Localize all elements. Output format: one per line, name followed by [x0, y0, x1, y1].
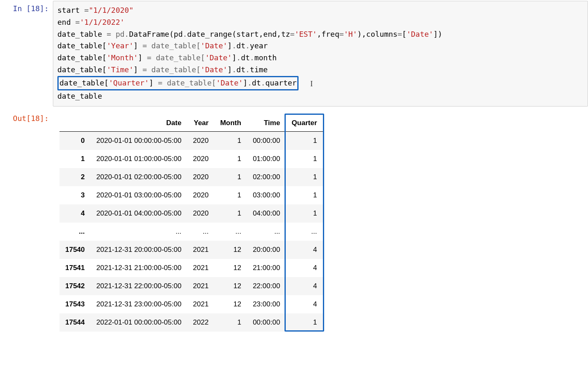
cell-time: 00:00:00 [247, 132, 286, 150]
code-token: = date_table[ [142, 41, 201, 50]
code-token: . [232, 41, 237, 50]
cell-year: 2020 [187, 150, 214, 168]
dataframe-wrap: Date Year Month Time Quarter 02020-01-01… [59, 115, 323, 332]
cell-date: 2020-01-01 00:00:00-05:00 [90, 132, 187, 150]
cell-year: 2021 [187, 277, 214, 295]
code-token: ]) [433, 30, 442, 38]
row-index: 1 [59, 150, 90, 168]
output-cell: Out[18]: Date Year Month Time Quarter 02… [0, 111, 588, 333]
code-token: ] [232, 53, 237, 62]
cell-quarter: 1 [286, 132, 322, 150]
col-header-date: Date [90, 115, 187, 132]
code-token: "1/1/2020" [89, 6, 133, 14]
code-token: = pd [107, 30, 124, 38]
code-token: . [232, 65, 237, 74]
output-prompt: Out[18]: [0, 111, 53, 125]
cell-year: 2021 [187, 259, 214, 277]
code-token: date_table [57, 92, 102, 100]
cell-quarter: 1 [286, 150, 322, 168]
cell-month: 12 [214, 277, 247, 295]
code-token: time [250, 65, 268, 74]
code-token: dt [237, 65, 246, 74]
code-token: = [290, 30, 295, 38]
code-token: = date_table[ [158, 78, 216, 87]
row-index: 17542 [59, 277, 90, 295]
row-index: 0 [59, 132, 90, 150]
code-token: 'Time' [107, 65, 133, 74]
code-token: = [339, 30, 344, 38]
code-editor[interactable]: start ="1/1/2020" end ='1/1/2022' date_t… [53, 1, 588, 107]
code-token: 'Date' [201, 41, 228, 50]
col-header-year: Year [187, 115, 214, 132]
cell-year: 2021 [187, 295, 214, 313]
code-token: . [245, 41, 250, 50]
dataframe-table: Date Year Month Time Quarter 02020-01-01… [59, 115, 323, 332]
code-token: start [57, 6, 84, 14]
cell-year: 2022 [187, 313, 214, 332]
row-index: 2 [59, 168, 90, 186]
code-token: . [247, 78, 252, 87]
cell-quarter: 4 [286, 277, 322, 295]
code-token: . [261, 78, 266, 87]
cell-month: 1 [214, 204, 247, 223]
table-row: 12020-01-01 01:00:00-05:002020101:00:001 [59, 150, 323, 168]
code-token: 'Date' [201, 65, 228, 74]
code-token: dt [237, 41, 246, 50]
table-row: 175442022-01-01 00:00:00-05:002022100:00… [59, 313, 323, 332]
cell-quarter: 1 [286, 186, 322, 204]
cell-time: 22:00:00 [247, 277, 286, 295]
table-row: 175402021-12-31 20:00:00-05:0020211220:0… [59, 241, 323, 259]
cell-year: ... [187, 223, 214, 241]
table-row: 22020-01-01 02:00:00-05:002020102:00:001 [59, 168, 323, 186]
code-token: month [254, 53, 277, 62]
code-token: quarter [266, 78, 297, 87]
code-token: [ [402, 30, 407, 38]
code-token: end [57, 18, 75, 26]
code-token: date_table[ [57, 53, 107, 62]
cell-time: 20:00:00 [247, 241, 286, 259]
cell-year: 2020 [187, 204, 214, 223]
code-token: date_table[ [59, 78, 109, 87]
cell-time: 23:00:00 [247, 295, 286, 313]
row-index: 4 [59, 204, 90, 223]
cell-date: 2020-01-01 01:00:00-05:00 [90, 150, 187, 168]
code-token: ),columns [357, 30, 398, 38]
code-token: 'Quarter' [109, 78, 149, 87]
cell-date: 2022-01-01 00:00:00-05:00 [90, 313, 187, 332]
cell-year: 2020 [187, 132, 214, 150]
code-token: ] [228, 65, 232, 74]
cell-time: 04:00:00 [247, 204, 286, 223]
row-index: 17540 [59, 241, 90, 259]
code-token: date_range(start,end,tz [187, 30, 290, 38]
cell-month: 1 [214, 186, 247, 204]
row-index: ... [59, 223, 90, 241]
cell-month: 1 [214, 313, 247, 332]
input-cell: In [18]: start ="1/1/2020" end ='1/1/202… [0, 1, 588, 107]
code-token: ] [133, 41, 142, 50]
cell-time: 00:00:00 [247, 313, 286, 332]
cell-year: 2020 [187, 168, 214, 186]
cell-quarter: 4 [286, 241, 322, 259]
code-token: 'Date' [205, 53, 232, 62]
code-token: 'H' [344, 30, 358, 38]
code-token: = date_table[ [147, 53, 205, 62]
col-header-quarter: Quarter [286, 115, 322, 132]
cell-time: 01:00:00 [247, 150, 286, 168]
cell-date: 2020-01-01 04:00:00-05:00 [90, 204, 187, 223]
code-token: 'Date' [406, 30, 433, 38]
cell-date: 2021-12-31 23:00:00-05:00 [90, 295, 187, 313]
cell-quarter: 4 [286, 295, 322, 313]
cell-month: 12 [214, 241, 247, 259]
cell-quarter: 1 [286, 313, 322, 332]
code-token: 'Date' [216, 78, 243, 87]
cell-time: 03:00:00 [247, 186, 286, 204]
cell-quarter: ... [286, 223, 322, 241]
cell-date: 2021-12-31 20:00:00-05:00 [90, 241, 187, 259]
cell-date: ... [90, 223, 187, 241]
row-index: 3 [59, 186, 90, 204]
table-row: .................. [59, 223, 323, 241]
col-header-index [59, 115, 90, 132]
table-row: 175432021-12-31 23:00:00-05:0020211223:0… [59, 295, 323, 313]
cell-date: 2021-12-31 22:00:00-05:00 [90, 277, 187, 295]
code-token: 'Month' [107, 53, 138, 62]
